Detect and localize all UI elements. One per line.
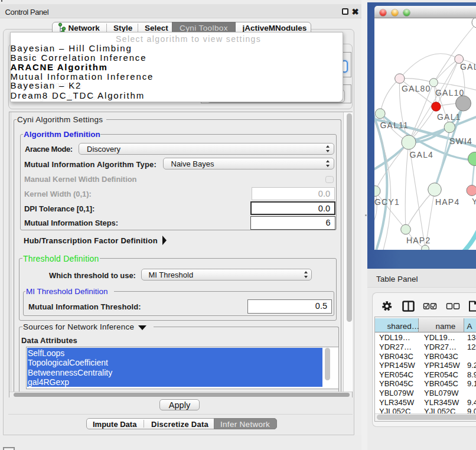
svg-text:GAL1: GAL1 [437, 112, 461, 122]
svg-text:HAP2: HAP2 [406, 236, 431, 245]
svg-text:GAL7: GAL7 [460, 62, 476, 71]
svg-text:GAL80: GAL80 [402, 84, 431, 93]
svg-text:GAL10: GAL10 [435, 88, 465, 97]
svg-text:YM: YM [472, 197, 476, 206]
svg-text:SWI4: SWI4 [449, 136, 472, 146]
svg-text:GAL4: GAL4 [410, 150, 434, 159]
svg-text:HAP4: HAP4 [435, 197, 459, 207]
svg-text:GAL11: GAL11 [380, 120, 409, 130]
svg-text:GCY1: GCY1 [374, 197, 400, 207]
